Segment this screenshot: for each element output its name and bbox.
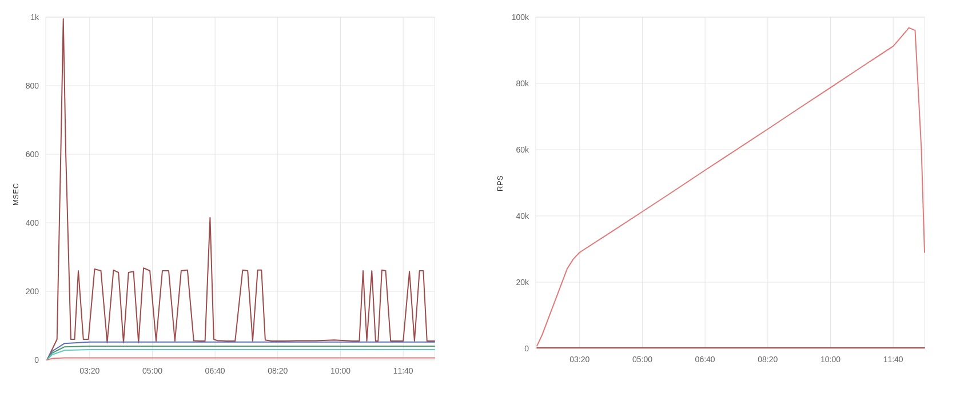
chart-x-tick-label: 03:20 [79, 366, 99, 375]
chart-series-rps [537, 28, 925, 346]
throughput-plot-area[interactable]: 020k40k60k80k100k03:2005:0006:4008:2010:… [536, 17, 925, 348]
chart-x-tick-label: 06:40 [205, 366, 225, 375]
chart-y-tick-label: 0 [34, 355, 39, 364]
chart-series-p95 [47, 342, 435, 360]
throughput-chart-panel: RPS 020k40k60k80k100k03:2005:0006:4008:2… [490, 0, 980, 409]
chart-y-tick-label: 40k [516, 211, 529, 220]
chart-y-tick-label: 60k [516, 145, 529, 154]
chart-y-tick-label: 20k [516, 278, 529, 287]
chart-x-tick-label: 10:00 [330, 366, 350, 375]
throughput-plot-svg: 020k40k60k80k100k03:2005:0006:4008:2010:… [536, 17, 925, 348]
chart-y-tick-label: 200 [26, 287, 39, 296]
chart-y-tick-label: 0 [524, 344, 529, 353]
latency-plot-svg: 02004006008001k03:2005:0006:4008:2010:00… [46, 17, 435, 360]
chart-y-tick-label: 100k [512, 13, 529, 22]
chart-grid-border [536, 17, 925, 348]
chart-x-tick-label: 11:40 [393, 366, 413, 375]
chart-x-tick-label: 05:00 [632, 355, 652, 364]
chart-y-tick-label: 800 [26, 81, 39, 90]
chart-x-tick-label: 08:20 [268, 366, 288, 375]
latency-plot-area[interactable]: 02004006008001k03:2005:0006:4008:2010:00… [46, 17, 435, 360]
chart-x-tick-label: 10:00 [820, 355, 840, 364]
chart-y-tick-label: 600 [26, 150, 39, 159]
chart-x-tick-label: 06:40 [695, 355, 715, 364]
chart-x-tick-label: 08:20 [758, 355, 778, 364]
chart-y-tick-label: 80k [516, 79, 529, 88]
chart-series-p99 [47, 19, 435, 360]
latency-chart-panel: MSEC 02004006008001k03:2005:0006:4008:20… [0, 0, 490, 409]
chart-x-tick-label: 03:20 [569, 355, 589, 364]
chart-y-tick-label: 1k [30, 13, 39, 22]
throughput-y-axis-label: RPS [496, 175, 504, 191]
chart-series-p50 [47, 358, 435, 360]
chart-x-tick-label: 11:40 [883, 355, 903, 364]
dashboard: MSEC 02004006008001k03:2005:0006:4008:20… [0, 0, 980, 409]
chart-y-tick-label: 400 [26, 218, 39, 227]
chart-x-tick-label: 05:00 [142, 366, 162, 375]
latency-y-axis-label: MSEC [11, 183, 20, 206]
